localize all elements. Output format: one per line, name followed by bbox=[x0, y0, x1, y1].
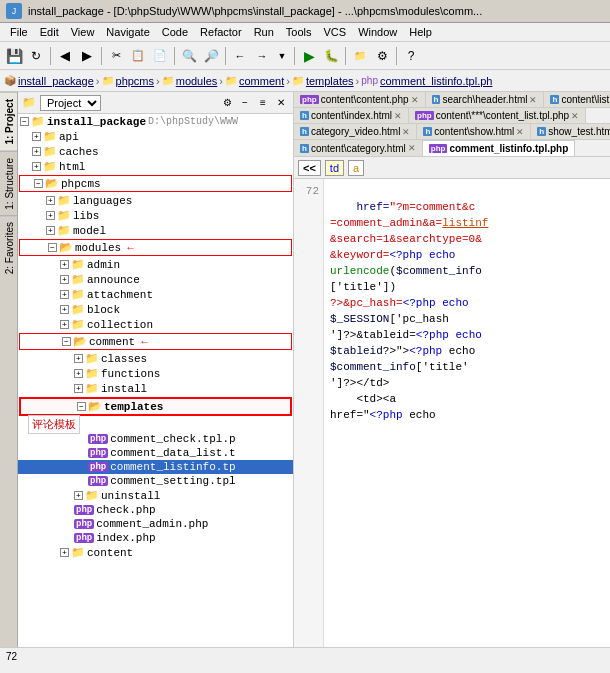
toolbar-help[interactable]: ? bbox=[401, 46, 421, 66]
list-item[interactable]: php comment_data_list.t bbox=[18, 446, 293, 460]
close-icon[interactable]: ✕ bbox=[402, 127, 410, 137]
toggle-icon[interactable]: + bbox=[60, 320, 69, 329]
menu-file[interactable]: File bbox=[4, 24, 34, 40]
toggle-icon[interactable]: + bbox=[74, 369, 83, 378]
list-item[interactable]: + 📁 libs bbox=[18, 208, 293, 223]
list-item[interactable]: − 📂 templates bbox=[19, 397, 292, 416]
toolbar-copy[interactable]: 📋 bbox=[128, 46, 148, 66]
menu-tools[interactable]: Tools bbox=[280, 24, 318, 40]
tab-search-header[interactable]: h search\header.html ✕ bbox=[426, 92, 545, 107]
menu-code[interactable]: Code bbox=[156, 24, 194, 40]
tab-content-index[interactable]: h content\index.html ✕ bbox=[294, 108, 409, 123]
tab-category-video[interactable]: h category_video.html ✕ bbox=[294, 124, 417, 139]
close-icon[interactable]: ✕ bbox=[408, 143, 416, 153]
toolbar-search2[interactable]: 🔎 bbox=[201, 46, 221, 66]
breadcrumb-item-1[interactable]: install_package bbox=[18, 75, 94, 87]
nav-back-btn[interactable]: << bbox=[298, 160, 321, 176]
list-item[interactable]: + 📁 languages bbox=[18, 193, 293, 208]
project-close-icon[interactable]: ✕ bbox=[273, 95, 289, 111]
list-item[interactable]: php comment_setting.tpl bbox=[18, 474, 293, 488]
close-icon[interactable]: ✕ bbox=[411, 95, 419, 105]
toolbar-dropdown[interactable]: ▼ bbox=[274, 46, 290, 66]
tab-show-test[interactable]: h show_test.html ✕ bbox=[531, 124, 610, 139]
list-item[interactable]: php comment_check.tpl.p bbox=[18, 432, 293, 446]
list-item[interactable]: php check.php bbox=[18, 503, 293, 517]
list-item[interactable]: + 📁 api bbox=[18, 129, 293, 144]
breadcrumb-item-2[interactable]: phpcms bbox=[116, 75, 155, 87]
list-item[interactable]: php comment_admin.php bbox=[18, 517, 293, 531]
toolbar-paste[interactable]: 📄 bbox=[150, 46, 170, 66]
toolbar-run[interactable]: ▶ bbox=[299, 46, 319, 66]
vtab-structure[interactable]: 1: Structure bbox=[0, 151, 17, 216]
list-item[interactable]: + 📁 block bbox=[18, 302, 293, 317]
breadcrumb-item-6[interactable]: comment_listinfo.tpl.ph bbox=[380, 75, 493, 87]
list-item[interactable]: − 📂 comment ← bbox=[19, 333, 292, 350]
vtab-favorites[interactable]: 2: Favorites bbox=[0, 215, 17, 280]
list-item[interactable]: − 📂 modules ← bbox=[19, 239, 292, 256]
toggle-icon[interactable]: + bbox=[60, 260, 69, 269]
toggle-icon[interactable]: + bbox=[60, 275, 69, 284]
menu-window[interactable]: Window bbox=[352, 24, 403, 40]
menu-run[interactable]: Run bbox=[248, 24, 280, 40]
toggle-icon[interactable]: + bbox=[60, 290, 69, 299]
toolbar-cut[interactable]: ✂ bbox=[106, 46, 126, 66]
project-selector[interactable]: Project bbox=[40, 95, 101, 111]
menu-navigate[interactable]: Navigate bbox=[100, 24, 155, 40]
list-item[interactable]: + 📁 uninstall bbox=[18, 488, 293, 503]
toolbar-refresh[interactable]: ↻ bbox=[26, 46, 46, 66]
tab-content-list[interactable]: h content\list.ht ✕ bbox=[544, 92, 610, 107]
toolbar-nav-left[interactable]: ← bbox=[230, 46, 250, 66]
toggle-icon[interactable]: − bbox=[77, 402, 86, 411]
list-item[interactable]: + 📁 caches bbox=[18, 144, 293, 159]
a-btn[interactable]: a bbox=[348, 160, 364, 176]
toolbar-debug[interactable]: 🐛 bbox=[321, 46, 341, 66]
breadcrumb-item-3[interactable]: modules bbox=[176, 75, 218, 87]
list-item[interactable]: + 📁 attachment bbox=[18, 287, 293, 302]
toolbar-vcs[interactable]: 📁 bbox=[350, 46, 370, 66]
list-item[interactable]: + 📁 admin bbox=[18, 257, 293, 272]
toolbar-save[interactable]: 💾 bbox=[4, 46, 24, 66]
tab-content-show[interactable]: h content\show.html ✕ bbox=[417, 124, 531, 139]
toggle-icon[interactable]: + bbox=[32, 147, 41, 156]
breadcrumb-item-4[interactable]: comment bbox=[239, 75, 284, 87]
toggle-icon[interactable]: − bbox=[62, 337, 71, 346]
tab-comment-listinfo[interactable]: php comment_listinfo.tpl.php bbox=[423, 140, 576, 156]
toolbar-search[interactable]: 🔍 bbox=[179, 46, 199, 66]
list-item[interactable]: + 📁 install bbox=[18, 381, 293, 396]
tab-content-category[interactable]: h content\category.html ✕ bbox=[294, 140, 423, 156]
toolbar-back[interactable]: ◀ bbox=[55, 46, 75, 66]
project-collapse-icon[interactable]: − bbox=[237, 95, 253, 111]
toggle-icon[interactable]: + bbox=[32, 132, 41, 141]
toggle-icon[interactable]: + bbox=[60, 305, 69, 314]
project-settings-icon[interactable]: ≡ bbox=[255, 95, 271, 111]
toggle-icon[interactable]: + bbox=[60, 548, 69, 557]
toggle-icon[interactable]: + bbox=[74, 354, 83, 363]
breadcrumb-item-5[interactable]: templates bbox=[306, 75, 354, 87]
list-item[interactable]: php comment_listinfo.tp bbox=[18, 460, 293, 474]
toolbar-settings[interactable]: ⚙ bbox=[372, 46, 392, 66]
td-btn[interactable]: td bbox=[325, 160, 344, 176]
list-item[interactable]: + 📁 functions bbox=[18, 366, 293, 381]
menu-refactor[interactable]: Refactor bbox=[194, 24, 248, 40]
toggle-icon[interactable]: + bbox=[74, 384, 83, 393]
list-item[interactable]: + 📁 html bbox=[18, 159, 293, 174]
toggle-icon[interactable]: − bbox=[20, 117, 29, 126]
list-item[interactable]: + 📁 content bbox=[18, 545, 293, 560]
close-icon[interactable]: ✕ bbox=[394, 111, 402, 121]
list-item[interactable]: + 📁 model bbox=[18, 223, 293, 238]
list-item[interactable]: php index.php bbox=[18, 531, 293, 545]
toggle-icon[interactable]: + bbox=[32, 162, 41, 171]
list-item[interactable]: + 📁 classes bbox=[18, 351, 293, 366]
list-item[interactable]: + 📁 collection bbox=[18, 317, 293, 332]
tab-content-php[interactable]: php content\content.php ✕ bbox=[294, 92, 426, 107]
list-item[interactable]: − 📂 phpcms bbox=[19, 175, 292, 192]
menu-edit[interactable]: Edit bbox=[34, 24, 65, 40]
toolbar-nav-right[interactable]: → bbox=[252, 46, 272, 66]
list-item[interactable]: + 📁 announce bbox=[18, 272, 293, 287]
close-icon[interactable]: ✕ bbox=[516, 127, 524, 137]
toggle-icon[interactable]: + bbox=[46, 226, 55, 235]
toggle-icon[interactable]: + bbox=[46, 196, 55, 205]
project-sync-icon[interactable]: ⚙ bbox=[219, 95, 235, 111]
close-icon[interactable]: ✕ bbox=[571, 111, 579, 121]
menu-view[interactable]: View bbox=[65, 24, 101, 40]
